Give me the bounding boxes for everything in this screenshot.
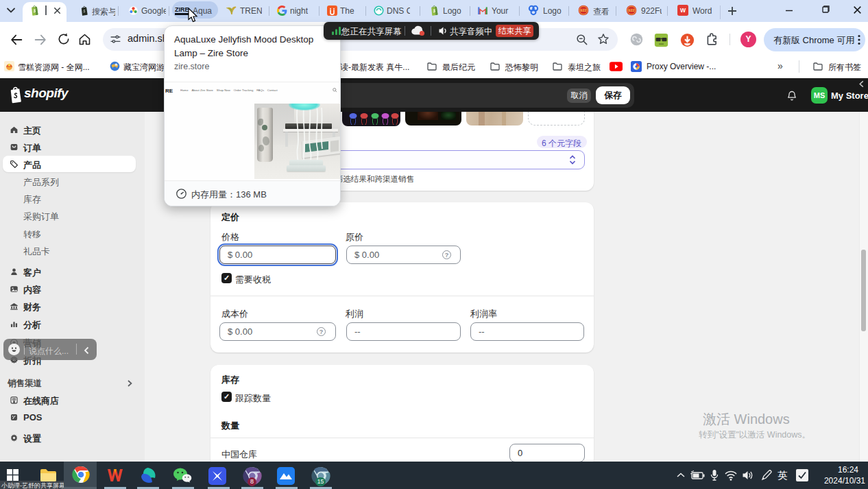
svg-text:922: 922 <box>628 8 634 12</box>
svg-text:W: W <box>680 7 686 14</box>
svg-text:922: 922 <box>580 8 586 12</box>
